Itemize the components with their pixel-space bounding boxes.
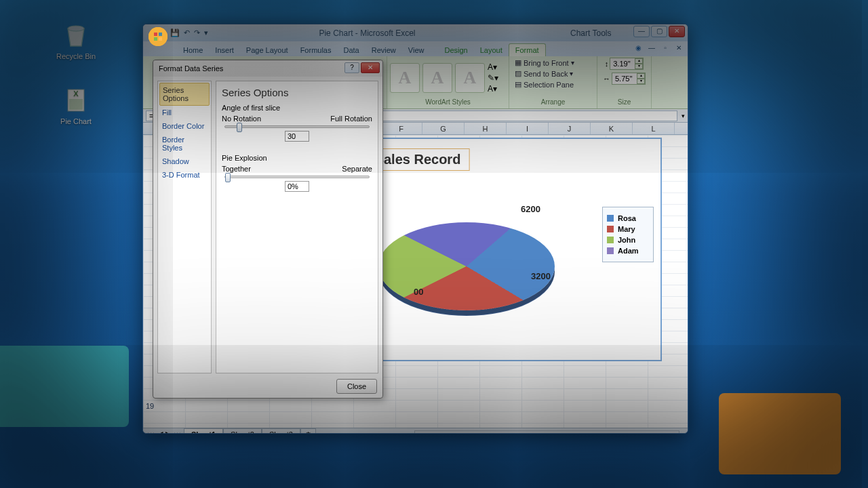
- wordart-style-3[interactable]: A: [455, 63, 485, 93]
- explosion-label: Pie Explosion: [222, 154, 372, 162]
- title-bar: 💾 ↶ ↷ ▾ Pie Chart - Microsoft Excel Char…: [143, 24, 688, 41]
- angle-value-input[interactable]: [285, 131, 309, 142]
- together-label: Together: [222, 165, 251, 173]
- sheet-nav-prev-icon[interactable]: ◀: [156, 430, 164, 434]
- col-header[interactable]: I: [507, 123, 549, 134]
- tab-formulas[interactable]: Formulas: [294, 44, 338, 56]
- tab-data[interactable]: Data: [337, 44, 365, 56]
- nav-border-color[interactable]: Border Color: [159, 119, 210, 133]
- shape-height-input[interactable]: 3.19"▴▾: [610, 58, 644, 70]
- svg-rect-9: [159, 37, 162, 41]
- tab-format[interactable]: Format: [509, 43, 546, 56]
- horizontal-scrollbar[interactable]: [414, 430, 679, 434]
- ribbon-tabs: Home Insert Page Layout Formulas Data Re…: [143, 41, 688, 56]
- legend-item: Adam: [607, 247, 649, 255]
- help-icon[interactable]: ◉: [633, 43, 643, 53]
- send-to-back-button[interactable]: ▨Send to Back ▾: [512, 68, 576, 79]
- qat-save-icon[interactable]: 💾: [170, 28, 180, 37]
- tab-page-layout[interactable]: Page Layout: [240, 44, 294, 56]
- wordart-style-2[interactable]: A: [422, 63, 452, 93]
- explosion-slider-thumb[interactable]: [225, 173, 231, 182]
- expand-formula-icon[interactable]: ▾: [682, 113, 685, 119]
- legend-item: John: [607, 236, 649, 244]
- sheet-nav-last-icon[interactable]: ⏭: [172, 430, 184, 434]
- office-button[interactable]: [147, 26, 169, 47]
- legend-swatch: [607, 237, 614, 243]
- dialog-close-button[interactable]: Close: [336, 379, 377, 394]
- tab-home[interactable]: Home: [177, 44, 209, 56]
- tab-review[interactable]: Review: [366, 44, 402, 56]
- svg-point-5: [149, 27, 167, 46]
- sheet-tabs: ⏮ ◀ ▶ ⏭ Sheet1 Sheet2 Sheet3 ✸: [143, 428, 688, 434]
- doc-restore-button[interactable]: ▫: [660, 43, 670, 53]
- shape-width-input[interactable]: 5.75"▴▾: [612, 73, 646, 85]
- nav-shadow[interactable]: Shadow: [159, 155, 210, 168]
- qat-redo-icon[interactable]: ↷: [194, 28, 200, 37]
- wallpaper-shape: [719, 393, 841, 474]
- sheet-nav-next-icon[interactable]: ▶: [164, 430, 172, 434]
- no-rotation-label: No Rotation: [222, 115, 261, 123]
- sheet-tab-2[interactable]: Sheet2: [223, 428, 262, 434]
- new-sheet-button[interactable]: ✸: [300, 428, 316, 434]
- full-rotation-label: Full Rotation: [330, 115, 372, 123]
- bring-to-front-button[interactable]: ▦Bring to Front ▾: [512, 58, 577, 68]
- svg-rect-2: [69, 99, 83, 110]
- chart-legend[interactable]: Rosa Mary John Adam: [602, 207, 654, 262]
- col-header[interactable]: J: [549, 123, 591, 134]
- dialog-close-x-button[interactable]: ✕: [361, 62, 380, 73]
- text-effects-icon[interactable]: A▾: [488, 84, 498, 94]
- qat-dropdown-icon[interactable]: ▾: [204, 28, 208, 37]
- svg-rect-6: [154, 33, 157, 36]
- angle-slider-thumb[interactable]: [237, 123, 242, 132]
- text-outline-icon[interactable]: ✎▾: [488, 73, 498, 83]
- selection-pane-icon: ▤: [515, 80, 521, 89]
- wordart-style-1[interactable]: A: [390, 63, 420, 93]
- dialog-title-bar[interactable]: Format Data Series ? ✕: [153, 60, 382, 77]
- excel-file-icon: X: [62, 87, 90, 114]
- legend-item: Mary: [607, 225, 649, 233]
- dialog-help-button[interactable]: ?: [344, 62, 359, 73]
- nav-border-styles[interactable]: Border Styles: [159, 133, 210, 155]
- tab-insert[interactable]: Insert: [209, 44, 240, 56]
- explosion-slider[interactable]: [224, 176, 370, 178]
- svg-text:X: X: [73, 89, 79, 98]
- angle-label: Angle of first slice: [222, 104, 372, 112]
- nav-3d-format[interactable]: 3-D Format: [159, 168, 210, 182]
- col-header[interactable]: G: [422, 123, 465, 134]
- svg-point-0: [68, 26, 84, 31]
- doc-close-button[interactable]: ✕: [674, 43, 684, 53]
- angle-slider[interactable]: [224, 125, 370, 128]
- col-header[interactable]: L: [633, 123, 675, 134]
- nav-fill[interactable]: Fill: [159, 106, 210, 119]
- col-header[interactable]: F: [380, 123, 422, 134]
- tab-design[interactable]: Design: [438, 44, 473, 56]
- col-header[interactable]: K: [591, 123, 633, 134]
- sheet-nav-first-icon[interactable]: ⏮: [146, 430, 156, 434]
- tab-layout[interactable]: Layout: [474, 44, 509, 56]
- doc-minimize-button[interactable]: —: [647, 43, 656, 53]
- window-title: Pie Chart - Microsoft Excel: [319, 28, 415, 38]
- recycle-bin-icon[interactable]: Recycle Bin: [50, 22, 102, 60]
- height-icon: ↕: [605, 60, 609, 68]
- wallpaper-shape: [0, 346, 129, 427]
- dialog-main-pane: Series Options Angle of first slice No R…: [216, 81, 378, 373]
- col-header[interactable]: H: [465, 123, 507, 134]
- pie-plot-area[interactable]: [378, 178, 582, 314]
- qat-undo-icon[interactable]: ↶: [184, 28, 190, 37]
- explosion-value-input[interactable]: [285, 181, 309, 192]
- selection-pane-button[interactable]: ▤Selection Pane: [512, 79, 576, 89]
- file-icon-piechart[interactable]: X Pie Chart: [50, 87, 102, 125]
- bin-icon: [62, 22, 90, 49]
- close-button[interactable]: ✕: [669, 26, 685, 37]
- legend-swatch: [607, 215, 614, 222]
- sheet-tab-1[interactable]: Sheet1: [184, 428, 223, 434]
- text-fill-icon[interactable]: A▾: [488, 62, 498, 72]
- chart-tools-label: Chart Tools: [570, 28, 611, 38]
- maximize-button[interactable]: ▢: [651, 26, 667, 37]
- pie-disc[interactable]: [378, 222, 555, 310]
- sheet-tab-3[interactable]: Sheet3: [262, 428, 300, 434]
- tab-view[interactable]: View: [402, 44, 431, 56]
- nav-series-options[interactable]: Series Options: [159, 83, 210, 106]
- arrange-group-label: Arrange: [512, 98, 594, 107]
- minimize-button[interactable]: —: [633, 26, 650, 37]
